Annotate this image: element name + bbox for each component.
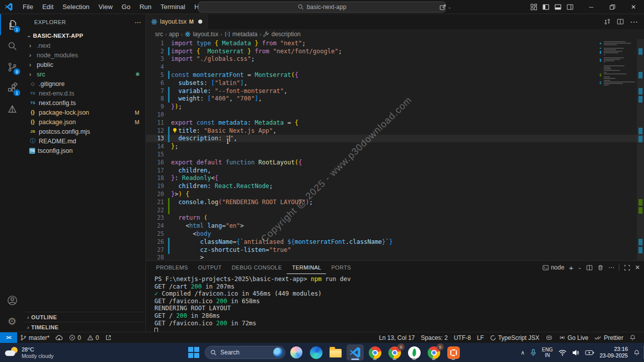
explorer-actions-icon[interactable]: ⋯ — [135, 19, 141, 26]
share-icon[interactable]: ⌄ — [436, 4, 455, 11]
publish-item[interactable] — [52, 332, 66, 343]
quick-fix-lightbulb-icon[interactable] — [172, 128, 178, 133]
panel-tab-ports[interactable]: PORTS — [326, 261, 356, 274]
extensions-activity-icon[interactable]: 1 — [0, 77, 24, 99]
open-changes-icon[interactable] — [604, 18, 611, 25]
breadcrumb-app[interactable]: app — [169, 31, 179, 38]
tab-layout-tsx[interactable]: layout.tsx M — [146, 14, 208, 29]
code-line-17[interactable]: 17 children, — [146, 166, 644, 174]
close-panel-icon[interactable]: ✕ — [635, 264, 640, 271]
menu-file[interactable]: File — [18, 0, 38, 14]
code-line-20[interactable]: 20}>) { — [146, 190, 644, 198]
clock-widget[interactable]: 23:16 23-09-2025 — [600, 346, 628, 359]
panel-tab-debug-console[interactable]: DEBUG CONSOLE — [227, 261, 287, 274]
microphone-icon[interactable] — [530, 349, 536, 356]
split-terminal-icon[interactable] — [586, 264, 593, 271]
encoding-item[interactable]: UTF-8 — [451, 332, 474, 343]
code-line-10[interactable]: 10 — [146, 111, 644, 119]
terminal-output[interactable]: PS F:\nextjs-projects-2025\basic-next-ap… — [146, 274, 644, 332]
code-line-13[interactable]: 13 description: "", — [146, 135, 644, 143]
code-line-27[interactable]: 27 cz-shortcut-listen="true" — [146, 246, 644, 254]
code-editor[interactable]: 1import type { Metadata } from "next";2i… — [146, 39, 644, 260]
eol-item[interactable]: LF — [474, 332, 487, 343]
chrome-profile-s-app-icon[interactable]: S — [386, 344, 403, 360]
split-editor-icon[interactable] — [617, 18, 624, 25]
toggle-secondary-sidebar-icon[interactable] — [567, 4, 574, 11]
code-line-14[interactable]: 14}; — [146, 142, 644, 150]
code-line-24[interactable]: 24 <html lang="en"> — [146, 222, 644, 230]
explorer-item-package-lock-json[interactable]: {}package-lock.jsonM — [24, 108, 145, 117]
explorer-item--gitignore[interactable]: ◇.gitignore — [24, 79, 145, 88]
panel-more-icon[interactable]: ⋯ — [608, 264, 614, 271]
terminal-process[interactable]: node — [542, 264, 565, 271]
kill-terminal-icon[interactable] — [597, 264, 604, 271]
more-actions-icon[interactable]: ⋯ — [630, 17, 638, 27]
language-indicator[interactable]: ENG IN — [542, 347, 553, 358]
code-line-18[interactable]: 18}: Readonly<{ — [146, 174, 644, 183]
breadcrumb-layout-tsx[interactable]: layout.tsx — [185, 31, 218, 38]
prism-extension-icon[interactable] — [0, 99, 24, 120]
battery-icon[interactable] — [585, 350, 594, 355]
menu-run[interactable]: Run — [135, 0, 156, 14]
tab-dirty-indicator[interactable] — [198, 20, 202, 24]
code-line-12[interactable]: 12 title: "Basic Next.js App", — [146, 127, 644, 135]
minimap[interactable] — [600, 39, 637, 86]
customize-layout-icon[interactable] — [530, 4, 537, 11]
git-branch-item[interactable]: master* — [17, 332, 52, 343]
explorer-item-readme-md[interactable]: ⓘREADME.md — [24, 136, 145, 146]
prettier-item[interactable]: Prettier — [591, 332, 626, 343]
code-line-25[interactable]: 25 <body — [146, 230, 644, 238]
code-line-7[interactable]: 7 variable: "--font-montserrat", — [146, 87, 644, 95]
notification-bell-icon[interactable] — [633, 349, 640, 356]
toggle-panel-icon[interactable] — [554, 4, 561, 11]
language-mode-item[interactable]: TypeScript JSX — [487, 332, 542, 343]
chrome-profile-s2-app-icon[interactable]: S — [425, 344, 442, 360]
snip-tool-app-icon[interactable] — [445, 344, 462, 360]
explorer-item-public[interactable]: ›public — [24, 60, 145, 69]
maximize-panel-icon[interactable] — [624, 264, 630, 271]
tray-overflow-icon[interactable]: ∧ — [521, 349, 525, 356]
restore-button[interactable] — [602, 0, 623, 14]
code-line-5[interactable]: 5const montserratFont = Montserrat({ — [146, 71, 644, 79]
taskbar-search[interactable]: Search — [205, 346, 285, 359]
code-line-3[interactable]: 3import "./globals.css"; — [146, 55, 644, 63]
cursor-position-item[interactable]: Ln 13, Col 17 — [376, 332, 418, 343]
code-line-11[interactable]: 11export const metadata: Metadata = { — [146, 119, 644, 127]
chrome-app-icon[interactable] — [366, 344, 383, 360]
code-line-26[interactable]: 26 className={`antialiased ${montserratF… — [146, 238, 644, 246]
search-highlight-image[interactable] — [273, 347, 283, 357]
code-line-21[interactable]: 21 console.log("RENDERING ROOT LAYOUT"); — [146, 198, 644, 206]
menu-selection[interactable]: Selection — [58, 0, 94, 14]
code-line-15[interactable]: 15 — [146, 150, 644, 158]
remote-indicator-item[interactable]: >< — [0, 332, 17, 343]
code-line-22[interactable]: 22 — [146, 206, 644, 214]
code-line-4[interactable]: 4 — [146, 63, 644, 71]
code-line-28[interactable]: 28 > — [146, 254, 644, 260]
copilot-status-item[interactable] — [542, 332, 556, 343]
explorer-item-postcss-config-mjs[interactable]: JSpostcss.config.mjs — [24, 127, 145, 136]
settings-gear-icon[interactable]: ⚙ — [0, 311, 24, 332]
menu-go[interactable]: Go — [117, 0, 135, 14]
edge-app-icon[interactable] — [307, 344, 325, 360]
timeline-section[interactable]: › TIMELINE — [24, 322, 145, 332]
search-activity-icon[interactable] — [0, 35, 24, 56]
go-live-item[interactable]: Go Live — [556, 332, 591, 343]
panel-tab-terminal[interactable]: TERMINAL — [287, 261, 326, 274]
new-terminal-icon[interactable]: + — [569, 263, 574, 272]
code-line-8[interactable]: 8 weight: ["400", "700"], — [146, 95, 644, 103]
explorer-item-tsconfig-json[interactable]: TStsconfig.json — [24, 146, 145, 155]
copilot-app-icon[interactable] — [288, 344, 305, 360]
breadcrumb-metadata[interactable]: metadata — [224, 31, 258, 38]
minimize-button[interactable]: ─ — [581, 0, 602, 14]
toggle-sidebar-icon[interactable] — [542, 4, 549, 11]
wifi-icon[interactable] — [558, 349, 567, 356]
breadcrumb-src[interactable]: src — [155, 31, 163, 38]
outline-section[interactable]: › OUTLINE — [24, 312, 145, 322]
command-center-search[interactable]: basic-next-app — [198, 2, 446, 13]
file-explorer-app-icon[interactable] — [327, 344, 344, 360]
code-line-23[interactable]: 23 return ( — [146, 214, 644, 222]
warnings-item[interactable]: 0 — [84, 332, 102, 343]
menu-view[interactable]: View — [94, 0, 117, 14]
accounts-icon[interactable] — [0, 290, 24, 311]
explorer-activity-icon[interactable]: 1 — [0, 14, 24, 35]
